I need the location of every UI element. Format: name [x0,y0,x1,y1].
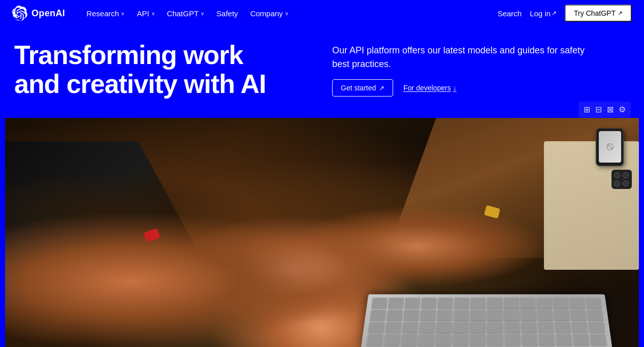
key [504,334,520,345]
key [569,298,585,308]
key [453,334,469,345]
nav-item-chatgpt[interactable]: ChatGPT ∨ [162,6,210,21]
svg-line-1 [607,144,613,149]
key [436,322,452,333]
key [470,322,486,333]
phone [596,128,624,166]
key [405,298,421,308]
camera-lens-2 [623,172,629,178]
laptop-keyboard-base [361,294,613,347]
key [522,334,538,345]
image-section: ⊞ ⊟ ⊠ ⚙ [0,118,644,347]
key [370,309,387,320]
key [438,298,453,308]
openai-logo-icon [12,6,27,21]
chevron-down-icon: ∨ [201,11,204,16]
key [421,298,437,308]
image-toolbar: ⊞ ⊟ ⊠ ⚙ [578,102,631,117]
key [402,322,418,333]
key [487,309,502,320]
key [588,322,605,333]
key [553,298,568,308]
key [586,298,602,308]
logo[interactable]: OpenAI [12,6,65,21]
key [487,322,503,333]
key [367,334,384,345]
toolbar-btn-3[interactable]: ⊠ [606,104,615,115]
key [385,322,402,333]
key [590,334,607,345]
key [536,298,552,308]
key [437,309,453,320]
key [418,334,435,345]
key [538,334,555,345]
search-button[interactable]: Search [498,9,522,18]
chevron-down-icon: ∨ [285,11,288,16]
nav-item-safety[interactable]: Safety [211,6,243,21]
camera-lens-3 [614,180,620,186]
brand-name: OpenAI [31,8,65,19]
nav-chatgpt-label: ChatGPT [167,9,199,18]
phone-screen-icon [605,142,615,152]
hero-section: Transforming work and creativity with AI… [0,26,644,118]
key [436,334,452,345]
laptop-area [365,260,608,347]
chevron-down-icon: ∨ [151,11,155,16]
key [403,309,420,320]
key [487,298,502,308]
key [454,309,469,320]
couch-background [544,141,639,270]
get-started-button[interactable]: Get started ↗ [332,79,393,97]
toolbar-btn-1[interactable]: ⊞ [583,104,591,115]
key [371,298,388,308]
key [387,309,403,320]
nav-item-research[interactable]: Research ∨ [81,6,130,21]
nav-item-company[interactable]: Company ∨ [245,6,294,21]
for-developers-link[interactable]: For developers ↓ [403,84,456,92]
hero-description: Our API platform offers our latest model… [332,44,596,71]
key [454,298,469,308]
hero-right: Our API platform offers our latest model… [332,41,630,97]
key [504,322,520,333]
phone-screen [599,131,621,163]
key [488,334,503,345]
nav-links: Research ∨ API ∨ ChatGPT ∨ Safety Compan… [81,6,497,21]
nav-right: Search Log in ↗ Try ChatGPT ↗ [498,5,632,22]
hero-left: Transforming work and creativity with AI [14,41,312,99]
key [537,309,553,320]
key [571,322,588,333]
nav-research-label: Research [86,9,119,18]
key [556,334,572,345]
nav-item-api[interactable]: API ∨ [132,6,159,21]
try-chatgpt-button[interactable]: Try ChatGPT ↗ [565,5,632,22]
nav-company-label: Company [250,9,283,18]
key [420,309,436,320]
key [388,298,404,308]
hero-image [5,118,639,347]
toolbar-btn-2[interactable]: ⊟ [594,104,603,115]
key [504,298,519,308]
key [504,309,519,320]
key [555,322,571,333]
login-button[interactable]: Log in ↗ [530,9,557,18]
key [521,322,537,333]
key [368,322,385,333]
key [570,309,587,320]
key [521,309,536,320]
keyboard-grid [361,294,613,347]
camera-lens-1 [614,172,620,178]
phone-camera [611,170,632,189]
nav-api-label: API [137,9,149,18]
key [471,298,486,308]
key [520,298,535,308]
settings-icon[interactable]: ⚙ [618,104,627,115]
key [470,309,486,320]
camera-lens-4 [623,180,629,186]
key [383,334,400,345]
key [453,322,469,333]
key [419,322,435,333]
key [554,309,570,320]
key [470,334,486,345]
chevron-down-icon: ∨ [121,11,124,16]
key [587,309,603,320]
